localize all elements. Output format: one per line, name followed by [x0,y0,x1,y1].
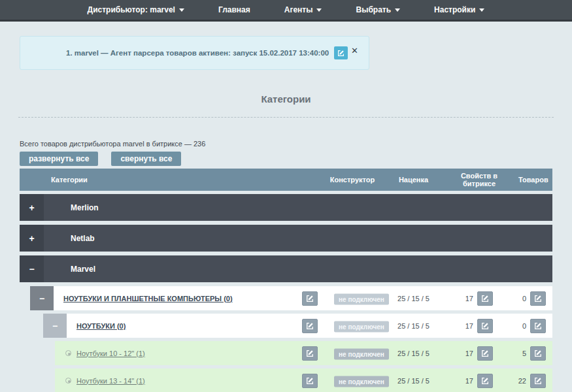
table-header: Категории Конструктор Наценка Свойств в … [20,169,552,191]
edit-icon [534,322,542,330]
edit-products-button[interactable] [530,346,546,361]
edit-icon [481,377,489,385]
circle-dot-icon [65,378,71,384]
dashed-divider [18,117,554,118]
edit-props-button[interactable] [477,291,493,306]
edit-icon [481,350,489,357]
categories-table: Категории Конструктор Наценка Свойств в … [20,169,552,392]
collapse-toggle[interactable]: − [43,314,67,338]
markup-value: 25 / 15 / 5 [392,350,435,357]
category-link[interactable]: НОУТБУКИ (0) [76,322,126,330]
header-categories: Категории [51,176,88,184]
props-count: 17 [465,322,473,330]
edit-props-button[interactable] [477,374,493,388]
edit-icon [306,377,314,385]
edit-icon [534,295,542,302]
nav-distributor-label: Дистрибьютор: marvel [88,5,175,14]
markup-value: 25 / 15 / 5 [392,322,435,330]
edit-icon [481,322,489,330]
collapse-toggle[interactable]: − [30,286,54,310]
products-count: 0 [522,322,526,330]
nav-home[interactable]: Главная [218,5,250,14]
markup-value: 25 / 15 / 5 [392,377,435,385]
group-label: Merlion [44,194,99,221]
edit-products-button[interactable] [530,374,546,388]
tree-toolbar: развернуть все свернуть все [20,152,181,166]
edit-props-button[interactable] [477,346,493,361]
edit-icon [306,350,314,357]
header-props-bitrix: Свойств в битриксе [446,172,512,188]
nav-settings-label: Настройки [434,5,475,14]
constructor-status-badge: не подключен [334,348,389,359]
category-link[interactable]: НОУТБУКИ И ПЛАНШЕТНЫЕ КОМПЬЮТЕРЫ (0) [63,295,233,302]
props-count: 17 [465,295,473,302]
edit-category-button[interactable] [302,346,318,361]
edit-icon [481,295,489,302]
nav-settings[interactable]: Настройки [434,5,484,14]
group-label: Marvel [44,255,95,282]
edit-props-button[interactable] [477,319,493,333]
table-row-merlion: + Merlion [20,194,552,221]
products-count: 5 [522,350,526,357]
props-count: 17 [465,377,473,385]
nav-agents[interactable]: Агенты [284,5,322,14]
subcategory-link[interactable]: Ноутбуки 10 - 12" (1) [76,350,145,357]
table-row-laptops-10-12: Ноутбуки 10 - 12" (1) не подключен 25 / … [55,341,552,365]
products-count: 22 [518,377,526,385]
edit-products-button[interactable] [530,319,546,333]
table-row-netlab: + Netlab [20,225,552,252]
expand-all-button[interactable]: развернуть все [20,152,98,166]
edit-category-button[interactable] [302,319,318,333]
top-navbar: Дистрибьютор: marvel Главная Агенты Выбр… [0,0,572,22]
agent-status-alert: 1. marvel — Агент парсера товаров активе… [20,36,369,70]
chevron-down-icon [316,8,322,12]
page-title: Категории [0,93,572,105]
table-row-laptops-13-14: Ноутбуки 13 - 14" (1) не подключен 25 / … [55,368,552,392]
nav-agents-label: Агенты [284,5,313,14]
edit-icon [534,350,542,357]
collapse-toggle[interactable]: − [20,255,44,282]
table-row-marvel: − Marvel [20,255,552,282]
markup-value: 25 / 15 / 5 [392,295,435,302]
chevron-down-icon [395,8,400,12]
chevron-down-icon [179,8,184,12]
header-constructor: Конструктор [323,176,382,184]
close-icon[interactable]: ✕ [351,46,358,56]
header-products: Товаров [518,176,548,184]
agent-edit-button[interactable] [334,46,348,59]
edit-icon [337,50,345,57]
expand-toggle[interactable]: + [20,225,44,252]
edit-icon [306,322,314,330]
nav-home-label: Главная [218,5,250,14]
constructor-status-badge: не подключен [334,376,389,387]
total-products-summary: Всего товаров дистрибьютора marvel в бит… [20,140,205,148]
edit-icon [534,377,542,385]
constructor-status-badge: не подключен [334,293,389,304]
circle-dot-icon [65,350,71,356]
subcategory-link[interactable]: Ноутбуки 13 - 14" (1) [76,377,145,385]
table-row-laptops: − НОУТБУКИ (0) не подключен 25 / 15 / 5 … [43,314,552,338]
constructor-status-badge: не подключен [334,321,389,332]
edit-icon [306,295,314,302]
collapse-all-button[interactable]: свернуть все [111,152,181,166]
agent-status-text: 1. marvel — Агент парсера товаров активе… [20,49,329,57]
edit-products-button[interactable] [530,291,546,306]
nav-select[interactable]: Выбрать [356,5,400,14]
products-count: 0 [522,295,526,302]
nav-distributor[interactable]: Дистрибьютор: marvel [88,5,184,14]
nav-select-label: Выбрать [356,5,391,14]
group-label: Netlab [44,225,95,252]
chevron-down-icon [479,8,484,12]
props-count: 17 [465,350,473,357]
expand-toggle[interactable]: + [20,194,44,221]
table-rows: + Merlion + Netlab − Marvel − НОУТБУКИ И… [20,194,552,392]
header-markup: Наценка [392,176,435,184]
edit-category-button[interactable] [302,291,318,306]
edit-category-button[interactable] [302,374,318,388]
table-row-laptops-tablets: − НОУТБУКИ И ПЛАНШЕТНЫЕ КОМПЬЮТЕРЫ (0) н… [30,286,552,310]
